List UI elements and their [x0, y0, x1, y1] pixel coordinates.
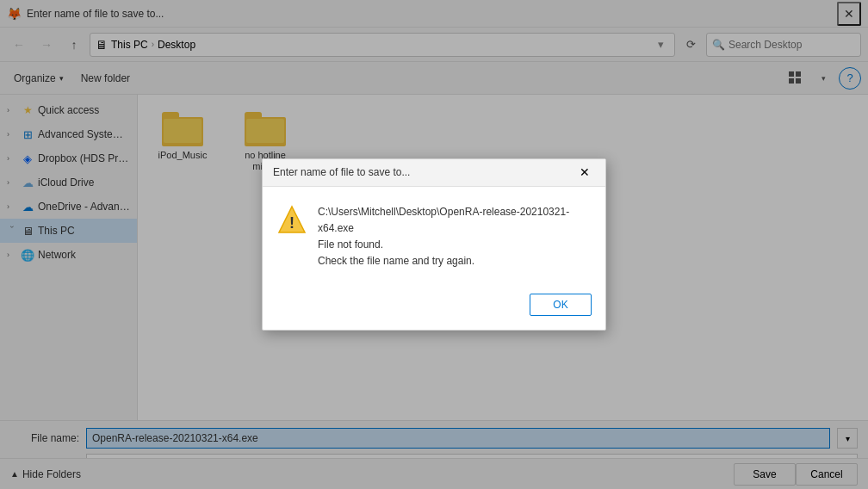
modal-warning-icon: ! [276, 204, 307, 235]
modal-close-button[interactable]: ✕ [574, 162, 595, 183]
modal-footer: OK [263, 287, 605, 330]
modal-body: ! C:\Users\Mitchell\Desktop\OpenRA-relea… [263, 187, 605, 288]
modal-path: C:\Users\Mitchell\Desktop\OpenRA-release… [318, 206, 569, 234]
svg-text:!: ! [289, 214, 294, 232]
modal-overlay: Enter name of file to save to... ✕ ! C:\… [0, 0, 868, 489]
modal-message: C:\Users\Mitchell\Desktop\OpenRA-release… [318, 204, 592, 270]
modal-line3: Check the file name and try again. [318, 255, 474, 267]
modal-line2: File not found. [318, 238, 383, 251]
modal-ok-label: OK [553, 299, 567, 311]
modal-title: Enter name of file to save to... [273, 166, 410, 178]
modal-ok-button[interactable]: OK [530, 294, 592, 316]
warning-triangle-svg: ! [276, 204, 307, 235]
modal-title-bar: Enter name of file to save to... ✕ [263, 159, 605, 187]
error-dialog: Enter name of file to save to... ✕ ! C:\… [262, 158, 606, 331]
